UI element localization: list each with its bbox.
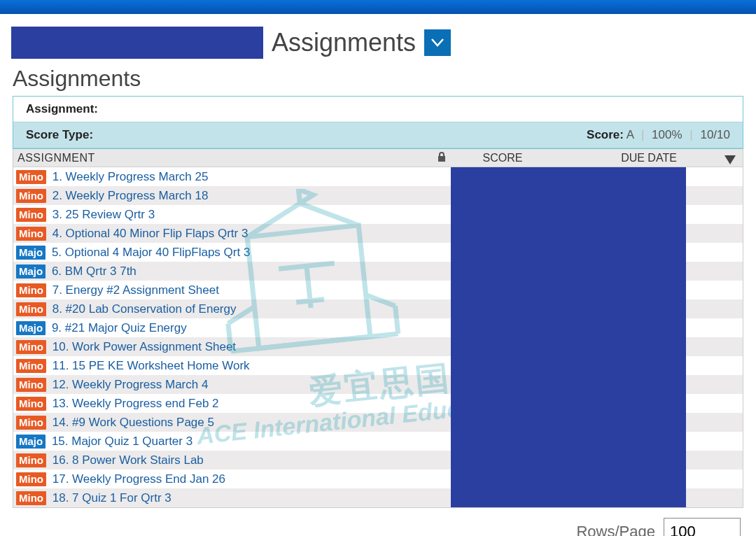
assignment-link[interactable]: Mino 2. Weekly Progress March 18: [13, 189, 433, 203]
major-badge: Majo: [16, 435, 46, 449]
assignment-title: 18. 7 Quiz 1 For Qrtr 3: [49, 491, 172, 505]
assignment-title: 8. #20 Lab Conservation of Energy: [49, 302, 236, 316]
minor-badge: Mino: [16, 170, 46, 184]
assignment-link[interactable]: Mino 12. Weekly Progress March 4: [13, 378, 433, 392]
assignment-link[interactable]: Mino 8. #20 Lab Conservation of Energy: [13, 302, 433, 316]
minor-badge: Mino: [16, 472, 46, 486]
col-lock: [433, 152, 450, 164]
minor-badge: Mino: [16, 189, 46, 203]
assignment-title: 11. 15 PE KE Worksheet Home Work: [49, 359, 250, 372]
top-bar: [0, 0, 756, 14]
major-badge: Majo: [16, 246, 46, 260]
assignment-link[interactable]: Mino 17. Weekly Progress End Jan 26: [13, 472, 433, 486]
minor-badge: Mino: [16, 453, 46, 467]
assignment-link[interactable]: Mino 18. 7 Quiz 1 For Qrtr 3: [13, 491, 433, 505]
assignment-title: 10. Work Power Assignment Sheet: [49, 340, 236, 353]
assignment-link[interactable]: Majo 15. Major Quiz 1 Quarter 3: [13, 435, 433, 449]
minor-badge: Mino: [16, 302, 46, 316]
assignment-title: 17. Weekly Progress End Jan 26: [49, 472, 225, 486]
assignment-title: 2. Weekly Progress March 18: [49, 189, 208, 202]
assignment-title: 16. 8 Power Work Stairs Lab: [49, 453, 204, 467]
redacted-user-block: [11, 27, 263, 59]
score-type-label: Score Type:: [26, 128, 93, 142]
assignment-link[interactable]: Majo 6. BM Qrtr 3 7th: [13, 265, 433, 278]
assignment-link[interactable]: Mino 3. 25 Review Qrtr 3: [13, 208, 433, 222]
minor-badge: Mino: [16, 397, 46, 411]
minor-badge: Mino: [16, 208, 46, 222]
assignment-title: 12. Weekly Progress March 4: [49, 378, 208, 391]
minor-badge: Mino: [16, 283, 46, 297]
assignment-link[interactable]: Mino 16. 8 Power Work Stairs Lab: [13, 453, 433, 467]
redacted-scores-block: [451, 167, 686, 507]
minor-badge: Mino: [16, 416, 46, 430]
rows-per-page-label: Rows/Page: [576, 523, 655, 536]
assignment-title: 15. Major Quiz 1 Quarter 3: [48, 435, 192, 448]
major-badge: Majo: [16, 321, 46, 335]
assignment-title: 6. BM Qrtr 3 7th: [48, 265, 136, 278]
assignment-link[interactable]: Majo 5. Optional 4 Major 40 FlipFlaps Qr…: [13, 246, 433, 260]
assignment-title: 5. Optional 4 Major 40 FlipFlaps Qrt 3: [48, 246, 250, 259]
col-score[interactable]: SCORE: [450, 152, 555, 164]
assignment-title: 3. 25 Review Qrtr 3: [49, 208, 155, 221]
rows-per-page-input[interactable]: [664, 518, 741, 536]
assignment-link[interactable]: Mino 13. Weekly Progress end Feb 2: [13, 397, 433, 411]
assignment-title: 13. Weekly Progress end Feb 2: [49, 397, 219, 410]
score-type-row: Score Type: Score: A | 100% | 10/10: [13, 122, 743, 148]
header: Assignments: [0, 14, 756, 63]
assignment-title: 7. Energy #2 Assignment Sheet: [49, 283, 219, 297]
page-title: Assignments: [272, 28, 416, 57]
section-title: Assignments: [0, 63, 756, 96]
major-badge: Majo: [16, 265, 46, 278]
title-dropdown-button[interactable]: [424, 29, 451, 56]
assignment-link[interactable]: Mino 10. Work Power Assignment Sheet: [13, 340, 433, 354]
score-summary: Score: A | 100% | 10/10: [587, 128, 730, 142]
minor-badge: Mino: [16, 359, 46, 373]
assignment-link[interactable]: Mino 1. Weekly Progress March 25: [13, 170, 433, 184]
assignment-link[interactable]: Mino 14. #9 Work Questions Page 5: [13, 416, 433, 430]
table-header: ASSIGNMENT SCORE DUE DATE: [13, 149, 743, 167]
assignment-link[interactable]: Mino 7. Energy #2 Assignment Sheet: [13, 283, 433, 297]
sort-desc-icon: [724, 155, 736, 165]
minor-badge: Mino: [16, 227, 46, 241]
col-assignment[interactable]: ASSIGNMENT: [13, 152, 433, 164]
assignment-link[interactable]: Mino 11. 15 PE KE Worksheet Home Work: [13, 359, 433, 373]
filter-panel: Assignment: Score Type: Score: A | 100% …: [13, 96, 743, 149]
assignments-table: ASSIGNMENT SCORE DUE DATE Mino 1. Weekly…: [13, 149, 743, 508]
minor-badge: Mino: [16, 491, 46, 505]
assignment-title: 1. Weekly Progress March 25: [49, 170, 208, 183]
assignment-title: 4. Optional 40 Minor Flip Flaps Qrtr 3: [49, 227, 248, 240]
assignment-title: 9. #21 Major Quiz Energy: [48, 321, 186, 334]
footer: Rows/Page: [0, 508, 756, 536]
chevron-down-icon: [431, 38, 444, 47]
col-due-date[interactable]: DUE DATE: [555, 152, 743, 164]
assignment-filter-label: Assignment:: [13, 97, 743, 122]
minor-badge: Mino: [16, 340, 46, 354]
lock-icon: [438, 152, 446, 162]
assignment-link[interactable]: Mino 4. Optional 40 Minor Flip Flaps Qrt…: [13, 227, 433, 241]
assignment-title: 14. #9 Work Questions Page 5: [49, 416, 214, 429]
assignment-link[interactable]: Majo 9. #21 Major Quiz Energy: [13, 321, 433, 335]
minor-badge: Mino: [16, 378, 46, 392]
